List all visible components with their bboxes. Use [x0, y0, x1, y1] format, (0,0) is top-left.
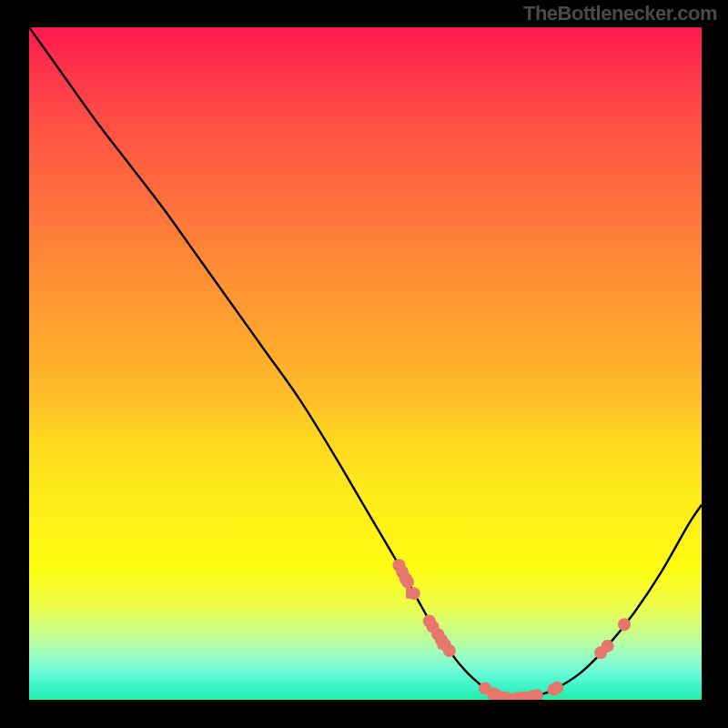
data-marker [443, 644, 456, 657]
chart-plot-area [29, 27, 702, 700]
data-marker [526, 690, 539, 700]
data-marker [497, 691, 510, 700]
data-marker [399, 572, 412, 585]
data-marker [487, 687, 500, 700]
data-marker [551, 682, 563, 694]
data-marker [396, 566, 409, 579]
data-marker [479, 682, 491, 694]
data-marker [490, 689, 503, 700]
data-marker [511, 692, 523, 700]
data-marker [500, 692, 513, 700]
data-marker [602, 640, 614, 652]
watermark-text: TheBottlenecker.com [523, 2, 717, 25]
data-marker [426, 620, 439, 632]
data-marker [517, 691, 530, 700]
data-marker [439, 638, 451, 651]
data-marker [594, 646, 607, 659]
data-marker [431, 628, 444, 641]
marker-drips [400, 568, 440, 647]
data-marker [547, 683, 560, 696]
data-marker [531, 689, 543, 700]
data-marker [618, 618, 631, 631]
data-marker [401, 576, 414, 589]
data-markers [392, 559, 631, 700]
bottleneck-curve [29, 27, 702, 699]
chart-svg [29, 27, 702, 700]
data-marker [423, 615, 436, 628]
data-marker [392, 559, 405, 571]
data-marker [408, 587, 420, 600]
data-marker [435, 633, 448, 646]
